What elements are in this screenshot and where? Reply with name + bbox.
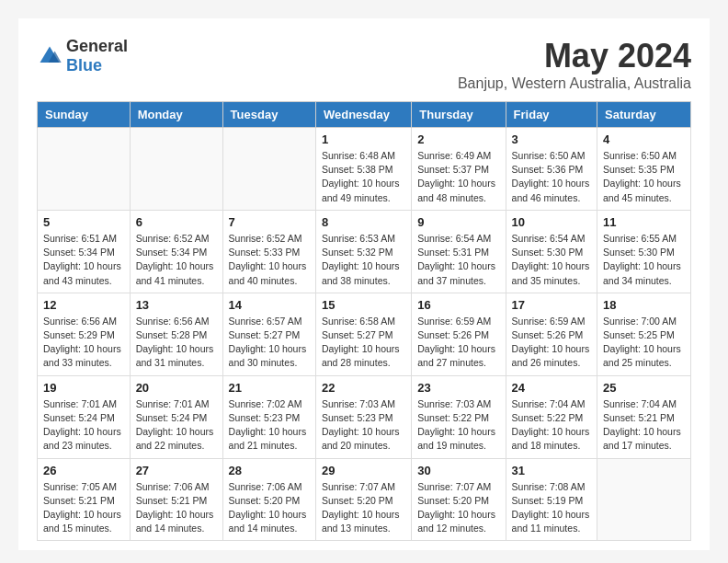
day-info: Sunrise: 6:50 AM Sunset: 5:35 PM Dayligh… xyxy=(603,149,685,205)
day-info: Sunrise: 6:55 AM Sunset: 5:30 PM Dayligh… xyxy=(603,232,685,288)
day-info: Sunrise: 6:53 AM Sunset: 5:32 PM Dayligh… xyxy=(322,232,405,288)
day-info: Sunrise: 7:06 AM Sunset: 5:21 PM Dayligh… xyxy=(136,480,217,536)
calendar-day-cell xyxy=(38,128,131,211)
day-info: Sunrise: 6:48 AM Sunset: 5:38 PM Dayligh… xyxy=(322,149,405,205)
day-number: 27 xyxy=(136,464,217,477)
day-info: Sunrise: 7:01 AM Sunset: 5:24 PM Dayligh… xyxy=(43,397,124,454)
logo-icon xyxy=(37,43,63,69)
title-section: May 2024 Banjup, Western Australia, Aust… xyxy=(458,37,691,92)
day-number: 10 xyxy=(512,215,591,229)
day-number: 18 xyxy=(603,298,685,312)
day-info: Sunrise: 6:50 AM Sunset: 5:36 PM Dayligh… xyxy=(512,149,591,205)
calendar-day-cell: 14Sunrise: 6:57 AM Sunset: 5:27 PM Dayli… xyxy=(222,293,315,375)
weekday-header: Thursday xyxy=(412,102,506,128)
day-info: Sunrise: 7:00 AM Sunset: 5:25 PM Dayligh… xyxy=(603,315,685,371)
calendar-day-cell: 8Sunrise: 6:53 AM Sunset: 5:32 PM Daylig… xyxy=(315,210,411,293)
calendar-day-cell: 16Sunrise: 6:59 AM Sunset: 5:26 PM Dayli… xyxy=(412,293,506,375)
day-info: Sunrise: 6:56 AM Sunset: 5:28 PM Dayligh… xyxy=(136,315,217,371)
day-number: 2 xyxy=(417,132,499,146)
calendar-day-cell: 3Sunrise: 6:50 AM Sunset: 5:36 PM Daylig… xyxy=(506,128,597,211)
calendar-day-cell xyxy=(597,458,691,541)
calendar-header-row: SundayMondayTuesdayWednesdayThursdayFrid… xyxy=(38,102,691,128)
calendar-day-cell: 5Sunrise: 6:51 AM Sunset: 5:34 PM Daylig… xyxy=(38,210,131,293)
calendar-week-row: 1Sunrise: 6:48 AM Sunset: 5:38 PM Daylig… xyxy=(38,128,691,211)
calendar-day-cell: 11Sunrise: 6:55 AM Sunset: 5:30 PM Dayli… xyxy=(597,210,691,293)
calendar-day-cell: 26Sunrise: 7:05 AM Sunset: 5:21 PM Dayli… xyxy=(38,458,131,541)
day-info: Sunrise: 7:03 AM Sunset: 5:22 PM Dayligh… xyxy=(417,397,499,454)
calendar-day-cell: 2Sunrise: 6:49 AM Sunset: 5:37 PM Daylig… xyxy=(412,128,506,211)
calendar-day-cell: 12Sunrise: 6:56 AM Sunset: 5:29 PM Dayli… xyxy=(38,293,131,375)
calendar-day-cell: 13Sunrise: 6:56 AM Sunset: 5:28 PM Dayli… xyxy=(130,293,222,375)
day-number: 7 xyxy=(229,215,310,229)
day-info: Sunrise: 7:03 AM Sunset: 5:23 PM Dayligh… xyxy=(322,397,405,454)
header: General Blue May 2024 Banjup, Western Au… xyxy=(37,37,691,92)
calendar-day-cell: 25Sunrise: 7:04 AM Sunset: 5:21 PM Dayli… xyxy=(597,375,691,458)
calendar-day-cell: 30Sunrise: 7:07 AM Sunset: 5:20 PM Dayli… xyxy=(412,458,506,541)
calendar-week-row: 26Sunrise: 7:05 AM Sunset: 5:21 PM Dayli… xyxy=(38,458,691,541)
day-number: 12 xyxy=(43,298,124,312)
day-number: 25 xyxy=(603,381,685,395)
day-info: Sunrise: 7:07 AM Sunset: 5:20 PM Dayligh… xyxy=(417,480,499,536)
calendar-day-cell: 28Sunrise: 7:06 AM Sunset: 5:20 PM Dayli… xyxy=(222,458,315,541)
calendar-day-cell: 15Sunrise: 6:58 AM Sunset: 5:27 PM Dayli… xyxy=(315,293,411,375)
day-info: Sunrise: 6:54 AM Sunset: 5:30 PM Dayligh… xyxy=(512,232,591,288)
calendar-week-row: 19Sunrise: 7:01 AM Sunset: 5:24 PM Dayli… xyxy=(38,375,691,458)
calendar-day-cell xyxy=(130,128,222,211)
day-number: 29 xyxy=(322,464,405,477)
day-number: 26 xyxy=(43,464,124,477)
calendar-day-cell: 9Sunrise: 6:54 AM Sunset: 5:31 PM Daylig… xyxy=(412,210,506,293)
day-number: 31 xyxy=(512,464,591,477)
subtitle: Banjup, Western Australia, Australia xyxy=(458,75,691,92)
calendar-day-cell: 23Sunrise: 7:03 AM Sunset: 5:22 PM Dayli… xyxy=(412,375,506,458)
day-number: 5 xyxy=(43,215,124,229)
weekday-header: Friday xyxy=(506,102,597,128)
day-number: 24 xyxy=(512,381,591,395)
day-number: 8 xyxy=(322,215,405,229)
calendar-day-cell xyxy=(222,128,315,211)
calendar-day-cell: 4Sunrise: 6:50 AM Sunset: 5:35 PM Daylig… xyxy=(597,128,691,211)
day-info: Sunrise: 7:08 AM Sunset: 5:19 PM Dayligh… xyxy=(512,480,591,536)
calendar-day-cell: 21Sunrise: 7:02 AM Sunset: 5:23 PM Dayli… xyxy=(222,375,315,458)
day-info: Sunrise: 6:52 AM Sunset: 5:33 PM Dayligh… xyxy=(229,232,310,288)
day-number: 11 xyxy=(603,215,685,229)
calendar-week-row: 5Sunrise: 6:51 AM Sunset: 5:34 PM Daylig… xyxy=(38,210,691,293)
day-number: 3 xyxy=(512,132,591,146)
day-info: Sunrise: 6:59 AM Sunset: 5:26 PM Dayligh… xyxy=(512,315,591,371)
calendar-day-cell: 17Sunrise: 6:59 AM Sunset: 5:26 PM Dayli… xyxy=(506,293,597,375)
day-number: 6 xyxy=(136,215,217,229)
day-number: 4 xyxy=(603,132,685,146)
calendar-day-cell: 29Sunrise: 7:07 AM Sunset: 5:20 PM Dayli… xyxy=(315,458,411,541)
day-number: 17 xyxy=(512,298,591,312)
day-info: Sunrise: 7:05 AM Sunset: 5:21 PM Dayligh… xyxy=(43,480,124,536)
day-number: 9 xyxy=(417,215,499,229)
weekday-header: Monday xyxy=(130,102,222,128)
calendar-container: General Blue May 2024 Banjup, Western Au… xyxy=(18,18,710,550)
day-number: 22 xyxy=(322,381,405,395)
weekday-header: Tuesday xyxy=(222,102,315,128)
day-number: 23 xyxy=(417,381,499,395)
day-info: Sunrise: 7:01 AM Sunset: 5:24 PM Dayligh… xyxy=(136,397,217,454)
day-info: Sunrise: 7:04 AM Sunset: 5:21 PM Dayligh… xyxy=(603,397,685,454)
logo-blue: Blue xyxy=(66,56,102,75)
weekday-header: Saturday xyxy=(597,102,691,128)
calendar-day-cell: 22Sunrise: 7:03 AM Sunset: 5:23 PM Dayli… xyxy=(315,375,411,458)
calendar-day-cell: 20Sunrise: 7:01 AM Sunset: 5:24 PM Dayli… xyxy=(130,375,222,458)
day-info: Sunrise: 6:58 AM Sunset: 5:27 PM Dayligh… xyxy=(322,315,405,371)
calendar-day-cell: 10Sunrise: 6:54 AM Sunset: 5:30 PM Dayli… xyxy=(506,210,597,293)
day-info: Sunrise: 6:57 AM Sunset: 5:27 PM Dayligh… xyxy=(229,315,310,371)
day-info: Sunrise: 6:59 AM Sunset: 5:26 PM Dayligh… xyxy=(417,315,499,371)
day-number: 19 xyxy=(43,381,124,395)
day-info: Sunrise: 7:06 AM Sunset: 5:20 PM Dayligh… xyxy=(229,480,310,536)
day-number: 15 xyxy=(322,298,405,312)
calendar-day-cell: 6Sunrise: 6:52 AM Sunset: 5:34 PM Daylig… xyxy=(130,210,222,293)
calendar-day-cell: 18Sunrise: 7:00 AM Sunset: 5:25 PM Dayli… xyxy=(597,293,691,375)
calendar-day-cell: 7Sunrise: 6:52 AM Sunset: 5:33 PM Daylig… xyxy=(222,210,315,293)
day-info: Sunrise: 6:52 AM Sunset: 5:34 PM Dayligh… xyxy=(136,232,217,288)
day-number: 16 xyxy=(417,298,499,312)
day-number: 28 xyxy=(229,464,310,477)
calendar-day-cell: 27Sunrise: 7:06 AM Sunset: 5:21 PM Dayli… xyxy=(130,458,222,541)
day-number: 13 xyxy=(136,298,217,312)
logo: General Blue xyxy=(37,37,128,75)
calendar-table: SundayMondayTuesdayWednesdayThursdayFrid… xyxy=(37,101,691,541)
calendar-day-cell: 19Sunrise: 7:01 AM Sunset: 5:24 PM Dayli… xyxy=(38,375,131,458)
